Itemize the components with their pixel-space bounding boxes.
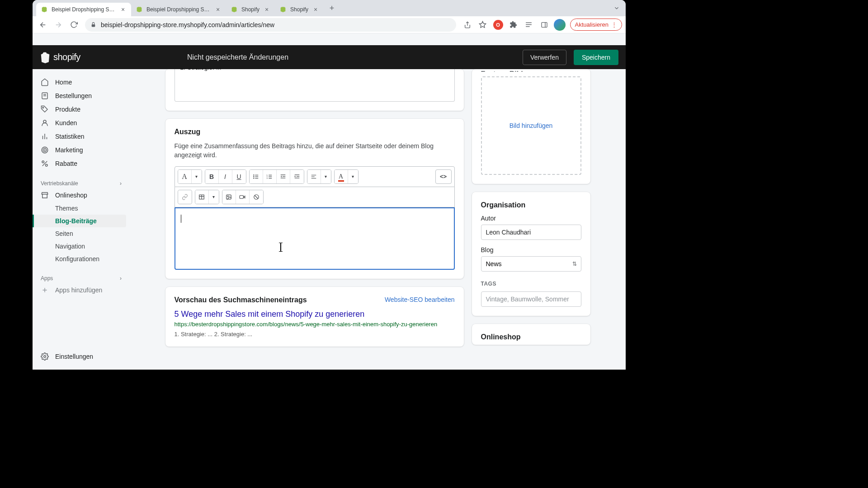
text-color-button[interactable]: A: [335, 170, 348, 183]
tab-title: Beispiel Dropshipping Store: [146, 6, 211, 13]
blog-select[interactable]: News: [481, 256, 581, 272]
sidebar-sub-pages[interactable]: Seiten: [33, 227, 130, 240]
svg-marker-46: [294, 175, 295, 177]
svg-point-26: [44, 356, 46, 358]
add-image-button[interactable]: Bild hinzufügen: [509, 122, 553, 129]
sidebar-item-settings[interactable]: Einstellungen: [33, 350, 130, 363]
image-drop-zone[interactable]: Bild hinzufügen: [481, 76, 581, 175]
sidebar-sub-config[interactable]: Konfigurationen: [33, 253, 130, 265]
back-button[interactable]: [36, 18, 50, 32]
svg-rect-41: [281, 178, 286, 178]
ibeam-cursor-icon: [280, 243, 281, 252]
content-body-editor[interactable]: 2. Strategie: ...: [175, 69, 455, 102]
text-color-dropdown[interactable]: ▾: [348, 170, 358, 183]
table-button[interactable]: [195, 190, 209, 204]
sidebar-sub-themes[interactable]: Themes: [33, 202, 130, 215]
kebab-icon: ⋮: [611, 21, 617, 28]
svg-point-31: [253, 178, 254, 178]
sidebar-item-analytics[interactable]: Statistiken: [33, 130, 130, 143]
discard-button[interactable]: Verwerfen: [523, 50, 566, 65]
brand-text: shopify: [53, 52, 80, 62]
link-button[interactable]: [178, 190, 192, 204]
sidebar-item-products[interactable]: Produkte: [33, 103, 130, 116]
share-icon[interactable]: [461, 18, 474, 32]
feature-image-card: Feature-Bild Bild hinzufügen: [472, 69, 590, 184]
forward-button[interactable]: [52, 18, 65, 32]
reload-button[interactable]: [67, 18, 80, 32]
browser-update-button[interactable]: Aktualisieren ⋮: [570, 19, 622, 31]
feature-image-title: Feature-Bild: [481, 70, 523, 72]
save-button[interactable]: Speichern: [574, 50, 618, 65]
svg-rect-36: [269, 176, 272, 177]
author-input[interactable]: [481, 225, 581, 240]
profile-avatar[interactable]: [553, 18, 566, 32]
shopify-logo[interactable]: shopify: [40, 52, 80, 63]
reading-list-icon[interactable]: [522, 18, 536, 32]
sidebar-sub-blog[interactable]: Blog-Beiträge: [33, 215, 126, 227]
browser-tab-3[interactable]: Shopify ×: [275, 3, 324, 16]
percent-icon: [41, 160, 49, 168]
tags-input[interactable]: [481, 291, 581, 307]
svg-point-54: [227, 196, 228, 197]
tab-overflow-button[interactable]: [611, 3, 622, 14]
bookmark-star-icon[interactable]: [476, 18, 490, 32]
italic-button[interactable]: I: [219, 170, 232, 183]
browser-tab-0[interactable]: Beispiel Dropshipping Store · B ×: [36, 3, 131, 16]
sidebar-item-marketing[interactable]: Marketing: [33, 143, 130, 157]
svg-rect-38: [269, 178, 272, 178]
excerpt-title: Auszug: [175, 128, 455, 136]
excerpt-editor[interactable]: [175, 207, 455, 270]
align-button[interactable]: [307, 170, 321, 183]
chevron-right-icon[interactable]: ›: [120, 180, 122, 187]
apps-header: Apps: [41, 275, 53, 282]
align-dropdown[interactable]: ▾: [321, 170, 331, 183]
side-panel-icon[interactable]: [538, 18, 551, 32]
address-bar[interactable]: beispiel-dropshipping-store.myshopify.co…: [85, 18, 456, 32]
unsaved-changes-msg: Nicht gespeicherte Änderungen: [88, 53, 515, 61]
table-dropdown[interactable]: ▾: [209, 190, 219, 204]
sidebar-item-customers[interactable]: Kunden: [33, 116, 130, 130]
browser-tab-2[interactable]: Shopify ×: [226, 3, 275, 16]
bold-button[interactable]: B: [205, 170, 219, 183]
bullet-list-button[interactable]: [250, 170, 263, 183]
shopify-favicon-icon: [136, 6, 143, 13]
clear-format-button[interactable]: [250, 190, 263, 204]
edit-seo-link[interactable]: Website-SEO bearbeiten: [385, 296, 455, 303]
video-button[interactable]: [236, 190, 250, 204]
close-icon[interactable]: ×: [119, 6, 127, 13]
rte-toolbar: A ▾ B I U 123: [175, 166, 455, 187]
content-editor-card-peek: 2. Strategie: ...: [165, 69, 464, 111]
image-button[interactable]: [222, 190, 236, 204]
new-tab-button[interactable]: +: [326, 2, 338, 14]
indent-button[interactable]: [290, 170, 304, 183]
extension-adblock-icon[interactable]: O: [491, 18, 505, 32]
svg-rect-44: [296, 176, 299, 176]
nav-label: Statistiken: [55, 133, 85, 140]
extensions-puzzle-icon[interactable]: [507, 18, 520, 32]
svg-line-21: [42, 161, 47, 166]
format-paragraph-button[interactable]: A: [178, 170, 192, 183]
browser-tab-1[interactable]: Beispiel Dropshipping Store ×: [131, 3, 226, 16]
format-paragraph-dropdown[interactable]: ▾: [192, 170, 202, 183]
chevron-right-icon[interactable]: ›: [120, 275, 122, 282]
nav-label: Produkte: [55, 106, 80, 113]
sidebar-item-discounts[interactable]: Rabatte: [33, 157, 130, 170]
underline-button[interactable]: U: [232, 170, 246, 183]
close-icon[interactable]: ×: [263, 6, 270, 13]
nav-label: Einstellungen: [55, 353, 93, 360]
tag-icon: [41, 105, 49, 113]
sidebar-item-onlineshop[interactable]: Onlineshop: [33, 188, 130, 202]
sidebar-item-orders[interactable]: Bestellungen: [33, 89, 130, 103]
sidebar-item-add-apps[interactable]: Apps hinzufügen: [33, 283, 130, 297]
browser-toolbar: beispiel-dropshipping-store.myshopify.co…: [33, 16, 626, 33]
close-icon[interactable]: ×: [312, 6, 319, 13]
close-icon[interactable]: ×: [214, 6, 222, 13]
sidebar-sub-navigation[interactable]: Navigation: [33, 240, 130, 253]
sidebar-item-home[interactable]: Home: [33, 75, 130, 89]
numbered-list-button[interactable]: 123: [263, 170, 277, 183]
outdent-button[interactable]: [277, 170, 290, 183]
html-view-button[interactable]: <>: [435, 169, 452, 184]
plus-icon: [41, 286, 49, 294]
svg-marker-42: [281, 175, 282, 177]
organisation-title: Organisation: [481, 201, 581, 209]
